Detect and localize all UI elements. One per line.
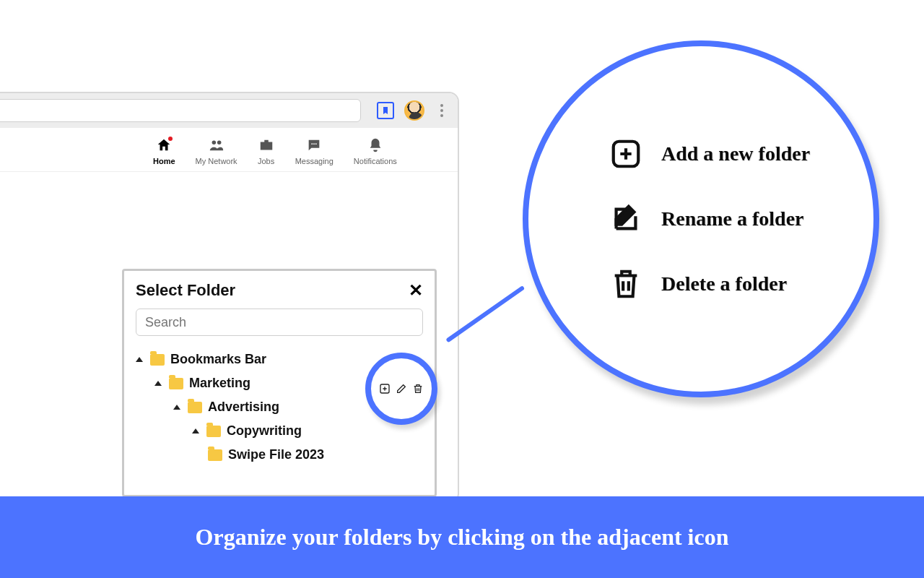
close-icon[interactable]: ✕ — [409, 282, 423, 299]
trash-icon — [608, 266, 644, 302]
briefcase-icon — [258, 137, 275, 154]
nav-label: Jobs — [258, 157, 274, 165]
folder-label: Bookmarks Bar — [170, 352, 266, 367]
folder-icon — [188, 402, 202, 413]
folder-icon — [150, 354, 165, 366]
nav-jobs[interactable]: Jobs — [258, 137, 275, 165]
rename-folder-icon — [396, 383, 407, 394]
notification-dot — [167, 135, 174, 142]
legend-label: Delete a folder — [661, 272, 787, 296]
tree-row-swipe[interactable]: Swipe File 2023 — [136, 443, 423, 467]
folder-icon — [208, 449, 222, 461]
nav-notifications[interactable]: Notifications — [354, 137, 397, 165]
nav-messaging[interactable]: Messaging — [295, 137, 334, 165]
svg-point-0 — [212, 141, 216, 145]
folder-label: Advertising — [208, 400, 279, 415]
legend-circle: Add a new folder Rename a folder Delete … — [523, 40, 879, 397]
instruction-banner: Organize your folders by clicking on the… — [0, 496, 924, 578]
legend-label: Add a new folder — [661, 142, 810, 165]
folder-icon — [206, 426, 221, 437]
caret-icon[interactable] — [136, 357, 143, 362]
legend-add: Add a new folder — [608, 136, 873, 172]
address-bar[interactable] — [0, 99, 361, 122]
delete-folder-icon — [412, 383, 424, 394]
browser-toolbar — [0, 93, 458, 128]
svg-point-2 — [312, 143, 313, 144]
add-folder-icon — [379, 383, 391, 394]
pencil-square-icon — [608, 201, 644, 237]
legend-rename: Rename a folder — [608, 201, 873, 237]
browser-menu-icon[interactable] — [435, 104, 449, 117]
profile-avatar[interactable] — [404, 100, 424, 121]
legend-delete: Delete a folder — [608, 266, 873, 302]
legend-label: Rename a folder — [661, 207, 804, 230]
nav-label: My Network — [196, 157, 237, 165]
plus-square-icon — [608, 136, 644, 172]
bookmark-extension-icon[interactable] — [377, 102, 394, 119]
banner-text: Organize your folders by clicking on the… — [196, 524, 729, 551]
nav-label: Home — [153, 157, 175, 165]
site-top-nav: Home My Network Jobs Messaging Notificat… — [0, 128, 458, 172]
svg-point-4 — [315, 143, 317, 144]
folder-label: Swipe File 2023 — [228, 447, 324, 462]
tree-row-copywriting[interactable]: Copywriting — [136, 419, 423, 443]
bell-icon — [367, 137, 384, 154]
folder-search-input[interactable] — [136, 309, 423, 336]
nav-label: Notifications — [354, 157, 397, 165]
svg-point-3 — [313, 143, 315, 144]
caret-icon[interactable] — [173, 405, 180, 410]
home-icon — [155, 137, 173, 154]
caret-icon[interactable] — [192, 428, 199, 434]
chat-icon — [305, 137, 323, 154]
folder-label: Marketing — [189, 376, 250, 391]
folder-label: Copywriting — [227, 423, 302, 439]
people-icon — [208, 137, 225, 154]
nav-label: Messaging — [295, 157, 334, 165]
nav-home[interactable]: Home — [153, 137, 175, 165]
nav-network[interactable]: My Network — [196, 137, 237, 165]
popup-title: Select Folder — [136, 281, 235, 300]
svg-point-1 — [217, 141, 222, 145]
action-icons-callout — [365, 353, 437, 425]
caret-icon[interactable] — [154, 381, 162, 386]
folder-icon — [169, 378, 183, 389]
